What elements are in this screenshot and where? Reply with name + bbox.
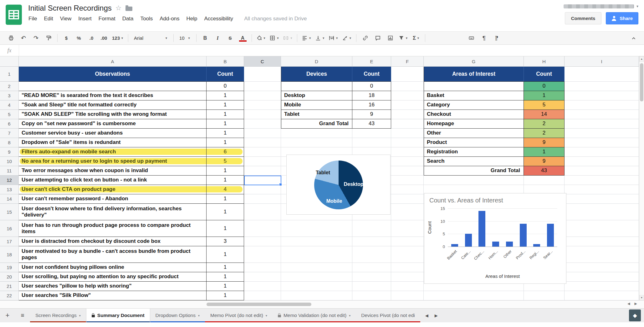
decrease-decimal-button[interactable]: .0 [85,33,97,43]
cell-I4[interactable] [565,100,639,110]
sheet-tab-memo-pivot-do-not-edit[interactable]: Memo Pivot (do not edit)▾ [205,309,273,322]
star-icon[interactable]: ☆ [115,5,122,12]
menu-tools[interactable]: Tools [137,14,156,23]
formula-input[interactable] [19,45,644,56]
cell-H8[interactable]: 9 [524,138,565,147]
cell-C15[interactable] [244,204,281,220]
row-header-16[interactable]: 16 [0,220,19,237]
cell-D1[interactable]: Devices [281,67,352,82]
cell-H22[interactable] [524,291,565,300]
row-header-1[interactable]: 1 [0,67,19,82]
italic-button[interactable]: I [212,33,224,43]
cell-B3[interactable]: 1 [207,91,244,100]
cell-H11[interactable]: 43 [524,166,565,176]
row-header-15[interactable]: 15 [0,204,19,220]
cell-D18[interactable] [281,246,352,263]
cell-E3[interactable]: 18 [352,91,391,100]
cell-F2[interactable] [391,82,424,91]
folder-icon[interactable] [125,7,132,11]
cell-I19[interactable] [565,263,639,272]
cell-E17[interactable] [352,237,391,246]
cell-A17[interactable]: User is distracted from checkout by disc… [19,237,207,246]
fill-color-icon[interactable]: ▼ [255,33,268,43]
cell-F10[interactable] [391,157,424,166]
cell-G3[interactable]: Basket [424,91,524,100]
cell-A22[interactable]: User searches "Silk Pillow" [19,291,207,300]
cell-C17[interactable] [244,237,281,246]
account-menu[interactable]: ▾ [564,4,638,8]
row-header-4[interactable]: 4 [0,100,19,110]
cell-G12[interactable] [424,176,524,185]
cell-E1[interactable]: Count [352,67,391,82]
cell-F3[interactable] [391,91,424,100]
cell-A5[interactable]: "SOAK AND SLEEP" Title scrolling with th… [19,110,207,119]
cell-A1[interactable]: Observations [19,67,207,82]
cell-E19[interactable] [352,263,391,272]
cell-D3[interactable]: Desktop [281,91,352,100]
cell-D21[interactable] [281,282,352,291]
column-header-A[interactable]: A [19,56,207,67]
cell-C18[interactable] [244,246,281,263]
sheet-tab-memo-validation-do-not-edit[interactable]: Memo Validation (do not edit)▾ [273,309,356,322]
scroll-right-icon[interactable]: ▶ [635,302,637,306]
row-header-7[interactable]: 7 [0,129,19,138]
row-header-17[interactable]: 17 [0,237,19,246]
row-header-11[interactable]: 11 [0,166,19,176]
cell-G4[interactable]: Category [424,100,524,110]
insert-chart-icon[interactable] [384,33,396,43]
cell-B5[interactable]: 1 [207,110,244,119]
row-header-19[interactable]: 19 [0,263,19,272]
cell-F19[interactable] [391,263,424,272]
cell-I14[interactable] [565,194,639,204]
cell-D20[interactable] [281,272,352,282]
cell-F21[interactable] [391,282,424,291]
cell-I7[interactable] [565,129,639,138]
cell-C2[interactable] [244,82,281,91]
sheet-tab-summary-document[interactable]: Summary Document [86,309,150,322]
cell-H7[interactable]: 2 [524,129,565,138]
cell-G8[interactable]: Product [424,138,524,147]
cell-B6[interactable]: 1 [207,119,244,129]
all-sheets-button[interactable]: ≡ [15,309,30,322]
cell-A18[interactable]: User motivated to buy a bundle - can't a… [19,246,207,263]
sheets-logo[interactable] [4,3,23,26]
cell-F4[interactable] [391,100,424,110]
cell-B4[interactable]: 1 [207,100,244,110]
cell-B15[interactable]: 1 [207,204,244,220]
cell-G5[interactable]: Checkout [424,110,524,119]
cell-D17[interactable] [281,237,352,246]
cell-C3[interactable] [244,91,281,100]
cell-B18[interactable]: 1 [207,246,244,263]
row-header-9[interactable]: 9 [0,147,19,157]
cell-C10[interactable] [244,157,281,166]
cell-A10[interactable]: No area for a returning user to login to… [19,157,207,166]
cell-B21[interactable]: 1 [207,282,244,291]
sheet-tab-devices-pivot-do-not-edi[interactable]: Devices Pivot (do not edi [356,309,420,322]
row-header-21[interactable]: 21 [0,282,19,291]
explore-button[interactable]: ◆ [629,309,641,321]
column-header-C[interactable]: C [244,56,281,67]
cell-A4[interactable]: "Soak and Sleep" title not formatted cor… [19,100,207,110]
cell-C22[interactable] [244,291,281,300]
font-family-select[interactable]: Arial▼ [131,33,171,43]
cell-G11[interactable]: Grand Total [424,166,524,176]
cell-C4[interactable] [244,100,281,110]
text-rotation-icon[interactable]: ▼ [340,33,353,43]
cell-C16[interactable] [244,220,281,237]
cell-I21[interactable] [565,282,639,291]
cell-H3[interactable]: 1 [524,91,565,100]
paragraph-direction-rtl-icon[interactable]: ¶ [491,33,503,43]
cell-G9[interactable]: Registration [424,147,524,157]
cell-A21[interactable]: User searches "pillow to help with snori… [19,282,207,291]
keyboard-input-icon[interactable] [466,33,478,43]
cell-A8[interactable]: Dropdown of "Sale" items is redundant [19,138,207,147]
cell-I11[interactable] [565,166,639,176]
column-header-B[interactable]: B [207,56,244,67]
cell-F9[interactable] [391,147,424,157]
areas-bar-chart[interactable]: Count vs. Areas of Interest051015BasketC… [424,193,566,284]
row-header-8[interactable]: 8 [0,138,19,147]
insert-link-icon[interactable] [359,33,371,43]
column-header-I[interactable]: I [565,56,639,67]
cell-B19[interactable]: 1 [207,263,244,272]
cell-F1[interactable] [391,67,424,82]
